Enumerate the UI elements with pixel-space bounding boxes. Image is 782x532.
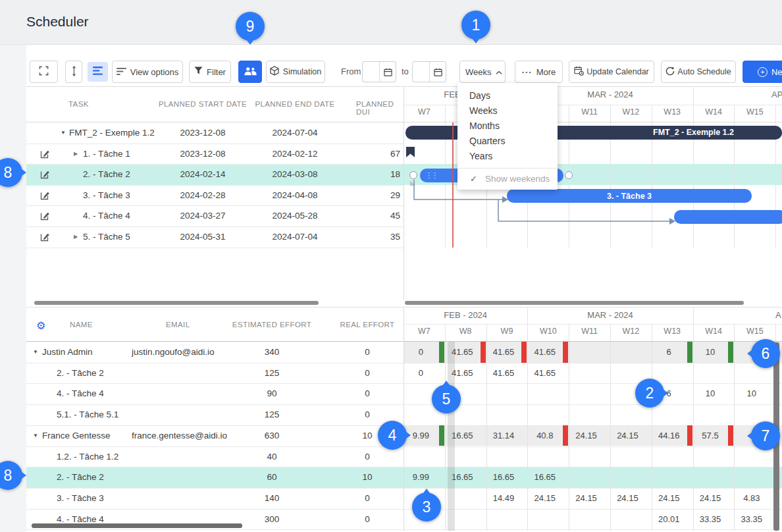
simulation-button[interactable]: Simulation [266,61,325,83]
view-options-button[interactable]: View options [112,61,183,83]
menu-item-show-weekends[interactable]: ✓ Show weekends [457,169,558,188]
capacity-indicator-red [521,342,527,363]
menu-item-years[interactable]: Years [457,149,558,164]
effort-grid-cell: 33.35 [693,509,728,530]
real-effort-cell: 0 [328,363,407,384]
bottom-pane-top-border [26,307,782,307]
week-header-label: W7 [404,107,445,117]
effort-grid-cell: 33.35 [734,509,769,530]
timescale-menu: DaysWeeksMonthsQuartersYears ✓ Show week… [457,83,558,190]
effort-grid-cell: 41.65 [445,342,480,363]
from-date-input[interactable] [363,62,379,82]
task-name-cell: 2. - Tâche 2 [83,164,130,185]
column-header-planned-duration[interactable]: PLANNED DUI [356,100,403,116]
month-header-label: A [775,310,781,320]
effort-grid-cell: 41.65 [486,363,521,384]
column-header-planned-end[interactable]: PLANNED END DATE [246,100,344,108]
column-header-email[interactable]: EMAIL [166,321,190,329]
task-end-date-cell: 2024-07-04 [246,226,344,248]
to-calendar-button[interactable] [429,62,446,82]
tree-expand-icon[interactable]: ▶ [74,144,78,165]
task-name-cell: 3. - Tâche 3 [83,185,130,206]
task-end-date-cell: 2024-02-12 [246,144,344,165]
density-button[interactable] [88,62,108,82]
team-people-icon [244,66,257,78]
task-end-date-cell: 2024-05-28 [246,205,344,226]
resource-name-cell: France Gentesse [42,425,111,446]
menu-item-quarters[interactable]: Quarters [457,134,558,149]
resource-name-cell: 1.2. - Tâche 1.2 [57,446,118,467]
column-header-real-effort[interactable]: REAL EFFORT [328,321,407,329]
task-name-cell: 5. - Tâche 5 [83,226,130,248]
bottom-horizontal-scrollbar[interactable] [32,523,242,528]
effort-grid-cell: 24.15 [693,488,728,509]
auto-schedule-icon [665,66,675,78]
capacity-indicator-red [728,425,733,446]
task-duration-cell [342,122,400,144]
column-header-planned-start[interactable]: PLANNED START DATE [153,100,252,108]
annotation-marker-6: 6 [751,339,780,368]
from-calendar-button[interactable] [379,62,396,82]
column-header-estimated-effort[interactable]: ESTIMATED EFFORT [224,321,320,329]
task-end-date-cell: 2024-03-08 [246,164,344,185]
edit-task-icon[interactable] [40,232,50,244]
auto-schedule-button[interactable]: Auto Schedule [661,61,736,83]
column-header-task[interactable]: TASK [68,100,89,108]
week-header-label: W12 [610,107,652,117]
estimated-effort-cell: 340 [224,342,320,363]
month-header-label: AP [771,90,782,99]
show-weekends-label: Show weekends [485,174,550,184]
tree-collapse-icon[interactable]: ▼ [33,425,38,446]
top-table-border [26,86,782,87]
column-header-name[interactable]: NAME [70,321,93,329]
gantt-bar-task3[interactable]: 3. - Tâche 3 [507,189,752,203]
dependency-endpoint-left[interactable] [409,171,417,179]
left-horizontal-scrollbar[interactable] [34,301,319,305]
filter-funnel-icon [194,66,203,77]
edit-task-icon[interactable] [40,211,50,223]
edit-task-icon[interactable] [40,169,50,182]
week-header-label: W13 [652,327,693,336]
effort-grid-cell: 9.99 [404,467,438,488]
resource-name-cell: Justin Admin [42,342,93,363]
week-header-label: W9 [486,327,528,336]
gantt-bar-task4[interactable] [674,210,782,224]
team-button[interactable] [238,61,262,83]
update-calendar-button[interactable]: Update Calendar [569,61,654,83]
edit-task-icon[interactable] [40,190,50,203]
menu-item-weeks[interactable]: Weeks [457,103,558,119]
calendar-clock-icon [574,66,584,78]
month-header-label: FEB - 2024 [404,310,527,320]
sort-lines-icon [117,67,126,77]
task-name-cell: 1. - Tâche 1 [83,144,130,165]
to-date-input[interactable] [413,62,429,82]
week-header-label: W14 [693,107,735,117]
check-icon: ✓ [470,174,477,184]
tree-collapse-icon[interactable]: ▼ [33,342,38,363]
estimated-effort-cell: 60 [224,467,320,488]
fullscreen-button[interactable] [30,61,58,83]
filter-button[interactable]: Filter [189,61,231,83]
resource-name-cell: 2. - Tâche 2 [57,467,104,488]
new-task-button[interactable]: + New Ta [743,61,782,83]
effort-grid-cell: 4.83 [734,488,769,509]
effort-grid-cell: 10 [734,383,769,404]
estimated-effort-cell: 40 [224,446,320,467]
milestone-flag-icon[interactable] [405,147,415,161]
effort-grid-cell: 0 [404,363,438,384]
gantt-horizontal-scrollbar[interactable] [405,301,744,305]
menu-item-days[interactable]: Days [457,88,558,103]
scheduler-app: Scheduler View options [0,0,782,532]
menu-item-months[interactable]: Months [457,119,558,134]
timescale-dropdown[interactable]: Weeks [459,61,506,83]
tree-collapse-icon[interactable]: ▼ [61,122,66,144]
edit-task-icon[interactable] [40,149,50,161]
estimated-effort-cell: 140 [224,488,320,509]
grid-settings-gear-icon[interactable]: ⚙ [36,319,45,332]
tree-expand-icon[interactable]: ▶ [74,226,78,248]
task-start-date-cell: 2023-12-08 [153,122,252,144]
more-button[interactable]: ··· More [515,61,563,83]
task-start-date-cell: 2024-05-31 [153,226,252,248]
dependency-endpoint-right[interactable] [565,171,573,179]
row-height-button[interactable] [65,61,82,83]
